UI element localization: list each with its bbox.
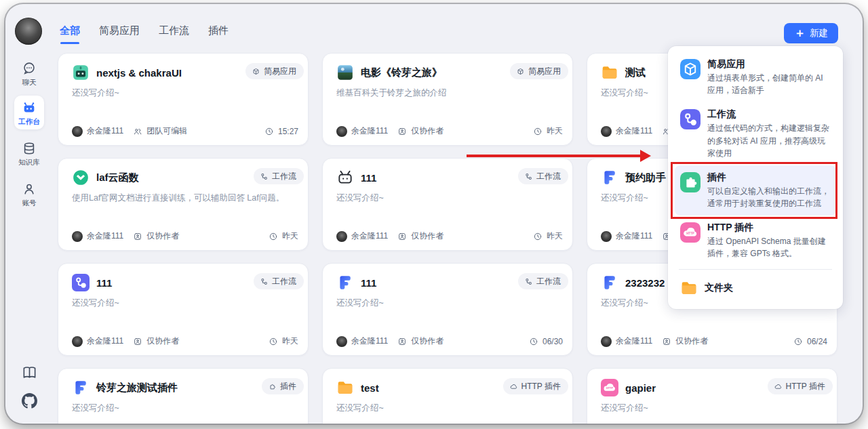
app-description: 还没写介绍~ xyxy=(336,192,560,205)
app-card[interactable]: 111 工作流 还没写介绍~ 余金隆111 仅协作者 昨天 xyxy=(58,263,309,356)
team-icon xyxy=(133,127,142,136)
user-avatar[interactable] xyxy=(15,18,42,45)
owner-avatar xyxy=(601,231,612,242)
tab-全部[interactable]: 全部 xyxy=(60,24,80,44)
folder-icon xyxy=(680,279,698,297)
app-type-badge-label: HTTP 插件 xyxy=(786,381,825,392)
tab-简易应用[interactable]: 简易应用 xyxy=(99,24,140,44)
menu-item-插件[interactable]: 插件 可以自定义输入和输出的工作流，通常用于封装重复使用的工作流 xyxy=(675,165,836,216)
updated-time: 06/30 xyxy=(542,337,563,346)
owner-avatar xyxy=(336,231,347,242)
app-card[interactable]: 111 工作流 还没写介绍~ 余金隆111 仅协作者 06/30 xyxy=(322,263,573,356)
sidebar-item-chat[interactable]: 聊天 xyxy=(5,61,53,87)
tab-工作流[interactable]: 工作流 xyxy=(159,24,189,44)
user-icon xyxy=(22,182,37,197)
poster-icon xyxy=(336,64,354,81)
app-type-badge-label: 工作流 xyxy=(536,171,561,182)
sidebar-item-label: 账号 xyxy=(5,199,53,208)
app-type-badge: 工作流 xyxy=(518,168,568,184)
updated-time: 昨天 xyxy=(282,335,298,347)
app-name: test xyxy=(361,382,379,394)
book-icon xyxy=(22,365,37,380)
collaborator-icon xyxy=(662,337,671,346)
workflow-icon xyxy=(260,172,269,181)
app-type-badge-label: 插件 xyxy=(280,381,296,392)
owner-name: 余金隆111 xyxy=(351,335,388,347)
clock-icon xyxy=(533,127,542,136)
app-description: 还没写介绍~ xyxy=(601,402,825,415)
workflow-node-icon xyxy=(680,109,701,129)
menu-item-title: HTTP 插件 xyxy=(707,221,831,234)
owner-avatar xyxy=(336,126,347,137)
permission-label: 团队可编辑 xyxy=(146,125,187,137)
owner-avatar xyxy=(601,336,612,347)
owner-name: 余金隆111 xyxy=(616,230,652,242)
menu-item-title: 工作流 xyxy=(707,108,831,121)
cloud-icon xyxy=(509,382,518,391)
clock-icon xyxy=(533,232,542,241)
app-type-badge: 插件 xyxy=(262,378,304,394)
menu-item-title: 简易应用 xyxy=(707,58,831,70)
sidebar-link-github[interactable] xyxy=(5,393,53,409)
owner-avatar xyxy=(72,126,83,137)
app-name: gapier xyxy=(625,382,656,394)
app-card[interactable]: test HTTP 插件 还没写介绍~ xyxy=(322,368,573,424)
clock-icon xyxy=(793,337,803,346)
menu-item-HTTP 插件[interactable]: HTTP HTTP 插件 通过 OpenAPI Schema 批量创建插件，兼容… xyxy=(675,216,836,266)
app-type-badge-label: 工作流 xyxy=(536,276,561,287)
sidebar-item-workbench[interactable]: 工作台 xyxy=(14,96,44,129)
sidebar-item-label: 知识库 xyxy=(5,158,53,167)
app-type-badge: HTTP 插件 xyxy=(768,378,833,394)
app-card[interactable]: laf云函数 工作流 使用Laf官网文档进行直接训练，可以辅助回答 Laf问题。… xyxy=(58,158,309,251)
sidebar-item-account[interactable]: 账号 xyxy=(5,182,53,208)
plus-icon: ＋ xyxy=(794,27,806,39)
app-card[interactable]: 铃芽之旅测试插件 插件 还没写介绍~ xyxy=(58,368,309,424)
app-type-badge: 工作流 xyxy=(518,273,568,289)
owner-name: 余金隆111 xyxy=(616,125,652,137)
http-pink-icon: HTTP xyxy=(601,379,618,396)
updated-time: 15:27 xyxy=(278,127,298,136)
cube-icon xyxy=(516,67,525,76)
svg-text:HTTP: HTTP xyxy=(606,386,614,390)
tab-插件[interactable]: 插件 xyxy=(208,24,229,44)
permission-label: 仅协作者 xyxy=(146,335,179,347)
fastgpt-logo-icon xyxy=(601,169,618,186)
app-name: 预约助手 xyxy=(625,171,666,184)
robot-icon xyxy=(22,100,37,115)
updated-time: 昨天 xyxy=(547,125,563,137)
teal-robot-icon xyxy=(72,64,90,81)
sidebar: 聊天工作台知识库账号 xyxy=(5,4,53,424)
owner-avatar xyxy=(72,231,83,242)
updated-time: 06/24 xyxy=(807,337,827,346)
updated-time: 昨天 xyxy=(547,230,563,242)
menu-item-title: 插件 xyxy=(707,171,831,184)
menu-item-description: 通过 OpenAPI Schema 批量创建插件，兼容 GPTs 格式。 xyxy=(707,235,831,260)
app-card[interactable]: 电影《铃芽之旅》 简易应用 维基百科关于铃芽之旅的介绍 余金隆111 仅协作者 … xyxy=(322,53,573,146)
app-card[interactable]: HTTP gapier HTTP 插件 还没写介绍~ xyxy=(587,368,837,424)
app-type-badge-label: HTTP 插件 xyxy=(521,381,561,392)
app-name: 111 xyxy=(361,277,376,289)
sidebar-item-knowledge[interactable]: 知识库 xyxy=(5,141,53,167)
create-new-label: 新建 xyxy=(810,27,828,39)
collaborator-icon xyxy=(133,337,142,346)
app-description: 还没写介绍~ xyxy=(72,87,296,100)
permission-label: 仅协作者 xyxy=(411,125,443,137)
github-icon xyxy=(22,393,37,409)
menu-item-工作流[interactable]: 工作流 通过低代码的方式，构建逻辑复杂的多轮对话 AI 应用，推荐高级玩家使用 xyxy=(675,102,836,165)
workflow-icon xyxy=(524,172,533,181)
fastgpt-logo-icon xyxy=(72,379,90,396)
menu-item-文件夹[interactable]: 文件夹 xyxy=(675,273,836,303)
create-new-dropdown: 简易应用 通过填表单形式，创建简单的 AI 应用，适合新手 工作流 通过低代码的… xyxy=(668,46,843,309)
chat-icon xyxy=(22,61,37,76)
app-description: 使用Laf官网文档进行直接训练，可以辅助回答 Laf问题。 xyxy=(72,192,296,205)
sidebar-link-docs[interactable] xyxy=(5,365,53,380)
app-card[interactable]: 111 工作流 还没写介绍~ 余金隆111 仅协作者 昨天 xyxy=(322,158,573,251)
collaborator-icon xyxy=(397,337,407,346)
app-name: 电影《铃芽之旅》 xyxy=(361,66,442,79)
menu-item-简易应用[interactable]: 简易应用 通过填表单形式，创建简单的 AI 应用，适合新手 xyxy=(675,52,836,102)
permission-label: 仅协作者 xyxy=(146,230,179,242)
app-card[interactable]: nextjs & chakraUI 简易应用 还没写介绍~ 余金隆111 团队可… xyxy=(58,53,309,146)
create-new-button[interactable]: ＋ 新建 xyxy=(784,23,838,43)
app-description: 还没写介绍~ xyxy=(72,297,296,310)
app-description: 维基百科关于铃芽之旅的介绍 xyxy=(336,87,560,100)
